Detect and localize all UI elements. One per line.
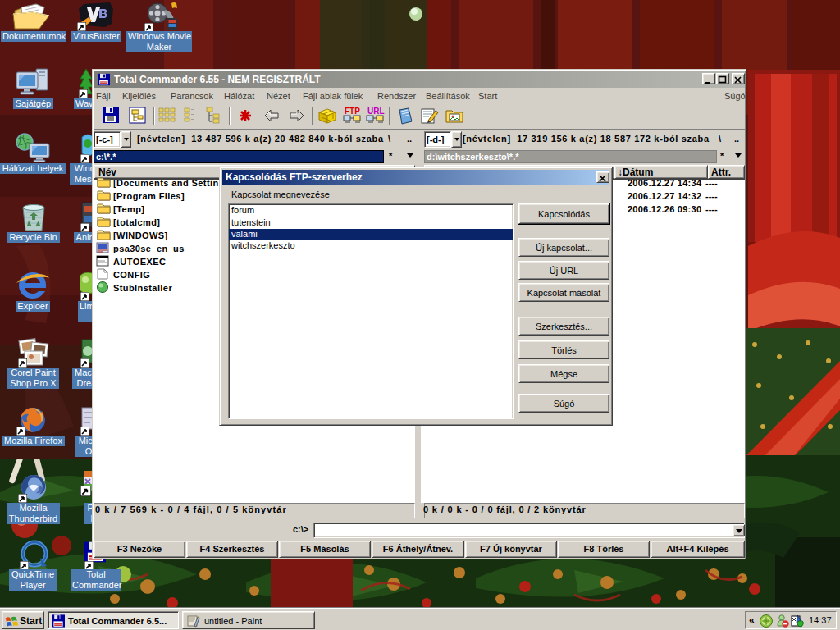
svg-text:FTP: FTP	[345, 107, 360, 116]
svg-text:URL: URL	[368, 107, 385, 116]
